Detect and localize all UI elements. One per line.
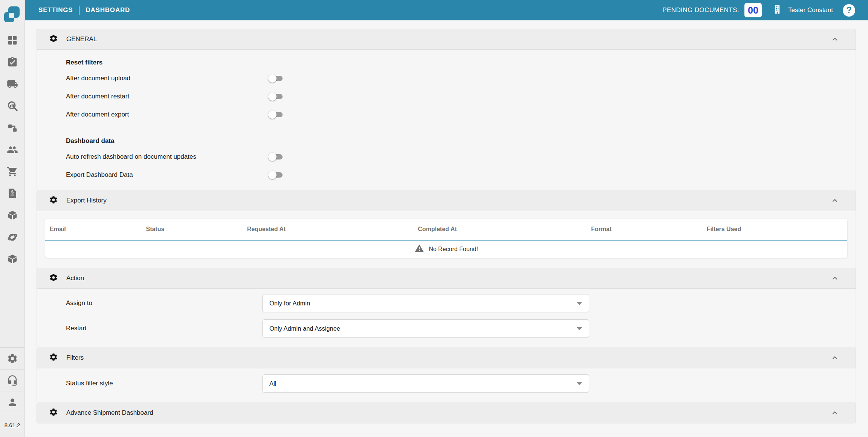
chevron-up-icon[interactable] <box>831 196 839 205</box>
dashboard-grid-icon[interactable] <box>7 35 18 46</box>
nav-dashboard[interactable]: DASHBOARD <box>86 6 130 14</box>
col-email: Email <box>45 219 141 240</box>
empty-state-row: No Record Found! <box>45 240 847 258</box>
tasks-clipboard-icon[interactable] <box>7 57 18 68</box>
field-label: Status filter style <box>66 380 262 387</box>
toggle-label: Export Dashboard Data <box>66 171 269 179</box>
sidebar: $ 8.61.2 <box>0 0 25 437</box>
settings-gear-icon[interactable] <box>7 353 18 364</box>
assign-to-select[interactable]: Only for Admin <box>262 294 589 312</box>
toggle-label: Auto refresh dashboard on document updat… <box>66 153 269 161</box>
toggle-export-dashboard-data[interactable] <box>269 172 283 178</box>
section-body-action: Assign to Only for Admin Restart Only Ad… <box>37 289 856 347</box>
app-version: 8.61.2 <box>0 413 24 437</box>
toggle-label: After document restart <box>66 93 269 100</box>
warning-icon <box>414 244 424 255</box>
col-requested-at: Requested At <box>243 219 413 240</box>
settings-panel: GENERAL Reset filters After document upl… <box>37 29 856 423</box>
gear-icon <box>49 408 58 418</box>
workflow-hierarchy-icon[interactable] <box>7 122 18 133</box>
select-value: Only Admin and Assignee <box>269 325 340 332</box>
section-title: Action <box>66 274 84 282</box>
restart-select[interactable]: Only Admin and Assignee <box>262 319 589 337</box>
section-header-advance-shipment[interactable]: Advance Shipment Dashboard <box>37 402 856 423</box>
section-body-general: Reset filters After document upload Afte… <box>37 50 856 190</box>
field-row: Assign to Only for Admin <box>66 294 856 312</box>
section-title: GENERAL <box>66 35 97 43</box>
gear-icon <box>49 273 58 284</box>
toggle-row: After document upload <box>66 69 856 87</box>
building-icon[interactable] <box>772 4 783 17</box>
pending-documents-label: PENDING DOCUMENTS: <box>662 6 739 14</box>
toggle-after-document-restart[interactable] <box>269 94 283 99</box>
section-body-filters: Status filter style All <box>37 368 856 402</box>
topbar: SETTINGS DASHBOARD PENDING DOCUMENTS: 00… <box>25 0 868 20</box>
col-filters-used: Filters Used <box>702 219 847 240</box>
pending-documents-badge: 00 <box>744 3 762 17</box>
shopping-cart-icon[interactable] <box>7 166 18 177</box>
support-headset-icon[interactable] <box>7 375 18 386</box>
orbit-track-icon[interactable] <box>7 232 18 243</box>
col-completed-at: Completed At <box>413 219 587 240</box>
section-body-export-history: Email Status Requested At Completed At F… <box>37 211 856 268</box>
user-profile-icon[interactable] <box>7 397 18 408</box>
chevron-up-icon[interactable] <box>831 409 839 417</box>
section-title: Advance Shipment Dashboard <box>66 409 153 417</box>
toggle-label: After document upload <box>66 75 269 82</box>
help-icon[interactable]: ? <box>843 4 855 17</box>
section-header-filters[interactable]: Filters <box>37 347 856 368</box>
section-header-export-history[interactable]: Export History <box>37 190 856 211</box>
toggle-auto-refresh-dashboard[interactable] <box>269 154 283 159</box>
package-box-icon-2[interactable] <box>7 253 18 265</box>
dropdown-arrow-icon <box>577 327 582 330</box>
empty-message: No Record Found! <box>429 246 478 253</box>
dropdown-arrow-icon <box>577 382 582 385</box>
shipping-truck-icon[interactable] <box>7 78 18 90</box>
section-title: Export History <box>66 197 107 204</box>
package-box-icon[interactable] <box>7 210 18 221</box>
table-header-row: Email Status Requested At Completed At F… <box>45 219 847 240</box>
toggle-row: After document export <box>66 106 856 124</box>
field-label: Assign to <box>66 299 262 307</box>
users-group-icon[interactable] <box>7 144 18 155</box>
toggle-row: After document restart <box>66 87 856 106</box>
dropdown-arrow-icon <box>577 302 582 305</box>
col-format: Format <box>587 219 702 240</box>
user-name[interactable]: Tester Constant <box>788 6 833 14</box>
chevron-up-icon[interactable] <box>831 35 839 43</box>
toggle-row: Export Dashboard Data <box>66 166 856 184</box>
sidebar-nav: $ <box>0 35 24 265</box>
toggle-label: After document export <box>66 111 269 118</box>
section-header-general[interactable]: GENERAL <box>37 29 856 50</box>
field-row: Restart Only Admin and Assignee <box>66 319 856 337</box>
chevron-up-icon[interactable] <box>831 274 839 282</box>
gear-icon <box>49 34 58 44</box>
section-title: Filters <box>66 354 84 362</box>
group-heading: Dashboard data <box>66 134 856 148</box>
toggle-after-document-upload[interactable] <box>269 76 283 81</box>
gear-icon <box>49 195 58 206</box>
select-value: All <box>269 380 276 387</box>
status-filter-style-select[interactable]: All <box>262 374 589 393</box>
gear-icon <box>49 353 58 363</box>
field-label: Restart <box>66 325 262 332</box>
section-header-action[interactable]: Action <box>37 268 856 289</box>
toggle-after-document-export[interactable] <box>269 112 283 117</box>
app-logo-icon[interactable] <box>2 2 23 23</box>
invoice-document-icon[interactable]: $ <box>7 188 18 199</box>
field-row: Status filter style All <box>66 374 856 393</box>
export-history-table: Email Status Requested At Completed At F… <box>45 219 847 258</box>
group-heading: Reset filters <box>66 56 856 69</box>
select-value: Only for Admin <box>269 300 310 307</box>
nav-divider <box>79 6 79 15</box>
toggle-row: Auto refresh dashboard on document updat… <box>66 148 856 166</box>
col-status: Status <box>141 219 242 240</box>
sidebar-bottom: 8.61.2 <box>0 347 24 437</box>
chevron-up-icon[interactable] <box>831 354 839 362</box>
svg-text:$: $ <box>11 190 14 194</box>
nav-settings[interactable]: SETTINGS <box>38 6 73 14</box>
search-analytics-icon[interactable] <box>7 100 18 112</box>
